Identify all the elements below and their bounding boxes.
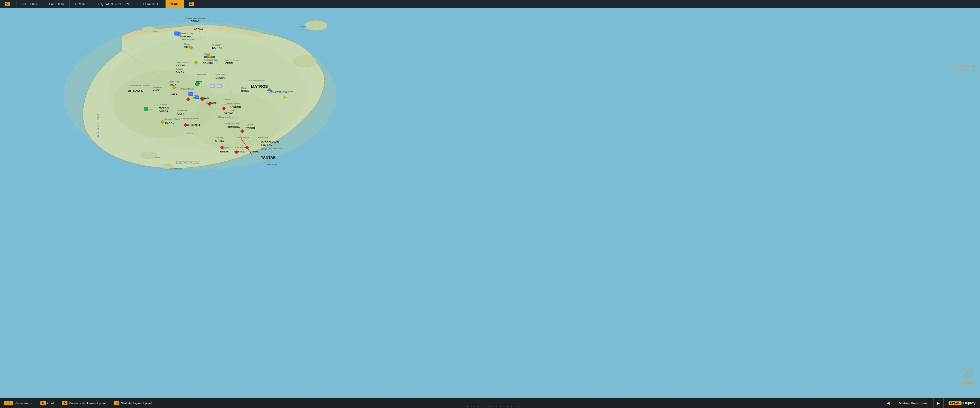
svg-text:19: 19 — [450, 9, 453, 12]
svg-text:CONSUL: CONSUL — [203, 62, 214, 65]
svg-point-176 — [293, 56, 316, 67]
svg-text:IGLA: IGLA — [172, 93, 178, 96]
svg-text:SADKO: SADKO — [224, 112, 233, 115]
svg-text:Airbase Saint-Philippe: Airbase Saint-Philippe — [185, 17, 205, 20]
svg-text:06: 06 — [482, 95, 485, 98]
tab-hq[interactable]: HQ Saint-Philippe — [93, 0, 138, 8]
svg-text:DURRASULAN: DURRASULAN — [261, 140, 279, 143]
svg-text:92: 92 — [14, 190, 17, 193]
svg-text:FISHERMAN'S BAY: FISHERMAN'S BAY — [269, 90, 293, 94]
svg-text:13: 13 — [353, 9, 356, 12]
svg-text:12: 12 — [337, 9, 340, 12]
topbar: Q BRIEFING FACTION GROUP HQ Saint-Philip… — [0, 0, 490, 8]
svg-rect-180 — [174, 32, 179, 35]
svg-text:Coastal Base Chotain: Coastal Base Chotain — [247, 79, 264, 81]
tab-map-label: MAP — [171, 2, 178, 6]
svg-text:99: 99 — [127, 9, 130, 12]
svg-text:SHUKA: SHUKA — [215, 140, 224, 143]
svg-text:02: 02 — [176, 190, 178, 193]
svg-text:KABAN: KABAN — [176, 64, 185, 67]
svg-text:André's Beacon: André's Beacon — [226, 59, 239, 61]
tab-briefing[interactable]: BRIEFING — [16, 0, 44, 8]
svg-text:KHEK: KHEK — [153, 89, 160, 92]
svg-text:18: 18 — [434, 190, 437, 193]
svg-text:07: 07 — [257, 190, 259, 193]
svg-text:Lakins: Lakins — [224, 98, 230, 100]
tab-map[interactable]: MAP — [165, 0, 184, 8]
svg-text:08: 08 — [273, 9, 275, 12]
svg-text:16: 16 — [402, 9, 405, 12]
svg-text:20: 20 — [467, 190, 469, 193]
svg-point-172 — [141, 152, 157, 159]
svg-text:Goat Bay: Goat Bay — [215, 137, 223, 139]
svg-text:02: 02 — [0, 156, 3, 159]
terrain-map: Airbase Saint-Philippe BEKAS ARENA Maide… — [37, 14, 363, 186]
svg-text:10: 10 — [305, 190, 308, 193]
nav-e-key[interactable]: E — [184, 0, 200, 8]
svg-text:09: 09 — [482, 49, 485, 52]
svg-text:Vernon: Vernon — [261, 148, 267, 150]
tab-group[interactable]: GROUP — [70, 0, 93, 8]
svg-text:Tiller's Find: Tiller's Find — [169, 81, 179, 83]
svg-text:98: 98 — [111, 190, 114, 193]
svg-text:GUSSAR: GUSSAR — [215, 76, 227, 79]
svg-text:93: 93 — [30, 9, 33, 12]
svg-text:03: 03 — [0, 141, 3, 144]
svg-text:19: 19 — [450, 190, 453, 193]
svg-text:Simon's Wood: Simon's Wood — [227, 103, 240, 105]
svg-text:99: 99 — [127, 190, 130, 193]
svg-text:97: 97 — [95, 9, 97, 12]
e-key-badge: E — [189, 2, 194, 6]
svg-text:ARENA: ARENA — [194, 28, 203, 30]
svg-text:95: 95 — [63, 190, 65, 193]
svg-text:MUSKAT: MUSKAT — [159, 106, 170, 109]
svg-text:02: 02 — [176, 9, 178, 12]
svg-text:00: 00 — [143, 190, 146, 193]
svg-text:02: 02 — [482, 156, 485, 159]
tab-loadout-label: LOADOUT — [143, 2, 160, 6]
svg-text:Coastal Base Lamentin: Coastal Base Lamentin — [130, 84, 150, 86]
svg-text:EFFIR: EFFIR — [226, 62, 233, 65]
svg-text:Military Hospital: Military Hospital — [176, 62, 188, 64]
svg-text:10: 10 — [482, 34, 485, 37]
svg-text:Black Lake: Black Lake — [258, 137, 268, 138]
svg-text:07: 07 — [482, 80, 485, 83]
nav-q-key[interactable]: Q — [0, 0, 16, 8]
svg-text:Pinewood Lake: Pinewood Lake — [180, 88, 194, 90]
svg-text:98: 98 — [111, 9, 114, 12]
svg-text:Shepherd's Pond: Shepherd's Pond — [164, 118, 180, 121]
svg-text:Saint-Philippe: Saint-Philippe — [181, 38, 194, 41]
svg-text:18: 18 — [434, 9, 437, 12]
svg-text:03: 03 — [482, 141, 485, 144]
svg-text:11: 11 — [0, 19, 3, 21]
tab-loadout[interactable]: LOADOUT — [138, 0, 165, 8]
svg-text:05: 05 — [224, 190, 227, 193]
svg-text:Morton: Morton — [187, 132, 193, 134]
svg-text:11: 11 — [321, 190, 324, 193]
svg-text:OMEGA: OMEGA — [159, 110, 169, 113]
svg-text:PLAZMA: PLAZMA — [127, 89, 143, 93]
svg-text:10: 10 — [305, 9, 308, 12]
svg-text:95: 95 — [63, 9, 65, 12]
svg-text:06: 06 — [240, 190, 243, 193]
svg-text:MATROS: MATROS — [251, 84, 268, 89]
svg-rect-182 — [195, 96, 199, 98]
svg-text:07: 07 — [257, 9, 259, 12]
svg-text:00: 00 — [143, 9, 146, 12]
svg-rect-183 — [144, 107, 148, 111]
tab-faction[interactable]: FACTION — [44, 0, 70, 8]
svg-text:11: 11 — [321, 9, 324, 12]
svg-text:93: 93 — [30, 190, 33, 193]
svg-text:01: 01 — [482, 172, 485, 174]
svg-text:Coastal Base Morton: Coastal Base Morton — [181, 117, 199, 119]
svg-text:00: 00 — [0, 184, 3, 187]
svg-text:97: 97 — [95, 190, 97, 193]
svg-text:01: 01 — [0, 172, 3, 174]
svg-text:Villeneuve: Villeneuve — [153, 86, 162, 88]
map-container: 92 93 94 95 96 97 98 99 00 01 02 03 04 0… — [0, 8, 490, 204]
svg-text:14: 14 — [370, 190, 372, 193]
svg-text:TSIKSON: TSIKSON — [261, 144, 272, 147]
svg-text:09: 09 — [0, 49, 3, 52]
svg-text:DIMOK: DIMOK — [176, 71, 184, 74]
tab-faction-label: FACTION — [49, 2, 65, 6]
